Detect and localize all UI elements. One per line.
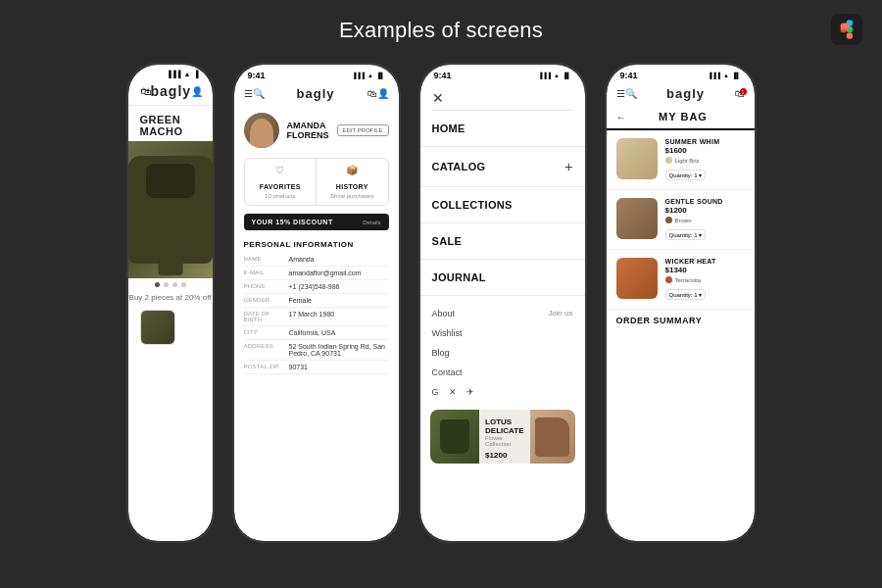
- phone2-profile-section: AMANDA FLORENS EDIT PROFILE: [234, 107, 399, 154]
- promo-left-image: [430, 410, 480, 464]
- bag-item-3-color: Terracotta: [665, 276, 745, 283]
- phone1-dots: [128, 278, 213, 291]
- telegram-icon[interactable]: ✈: [466, 387, 474, 397]
- bag-icon[interactable]: 🛍: [140, 85, 151, 97]
- qty-select-3[interactable]: Quantity: 1 ▾: [665, 289, 707, 300]
- bag-icon[interactable]: 🛍: [368, 88, 377, 99]
- about-label: About: [432, 309, 456, 318]
- catalog-expand-icon[interactable]: +: [564, 159, 572, 174]
- history-icon: 📦: [320, 165, 384, 175]
- bag-icon[interactable]: 🛍1: [735, 88, 745, 99]
- promo-right-image: [530, 410, 575, 464]
- field-value-phone: +1 (234)548-986: [289, 283, 389, 290]
- bag-item-2-info: GENTLE SOUND $1200 Brown Quantity: 1 ▾: [665, 198, 745, 241]
- phone1-promo-text: Buy 2 pieces at 20% off: [128, 291, 213, 306]
- promo-bag-right: [535, 417, 569, 457]
- info-row-phone: PHONE +1 (234)548-986: [244, 280, 389, 294]
- info-row-gender: GENDER Female: [244, 294, 389, 308]
- profile-icon[interactable]: 👤: [191, 86, 203, 97]
- page-title: Examples of screens: [0, 0, 882, 43]
- phone-partial-left: ▐▐▐ ▲ ▐ 🛍 bagly 👤 GREEN MACHO: [126, 63, 215, 543]
- qty-select-1[interactable]: Quantity: 1 ▾: [665, 170, 707, 180]
- phone1-status-icons: ▐▐▐ ▲ ▐: [167, 71, 199, 77]
- field-label-address: ADDRESS: [244, 343, 283, 349]
- menu-label-home: HOME: [432, 122, 466, 134]
- field-value-address: 52 South Indian Spring Rd, San Pedro, CA…: [289, 343, 389, 357]
- qty-select-2[interactable]: Quantity: 1 ▾: [665, 229, 707, 240]
- phone3-status: 9:41 ▐▐▐ ▲ ▐▌: [420, 65, 585, 82]
- menu-link-blog[interactable]: Blog: [432, 343, 573, 363]
- bag-item-1: SUMMER WHIM $1600 Light Briz Quantity: 1…: [607, 130, 755, 190]
- battery-icon: ▐: [194, 71, 199, 77]
- dot-2: [164, 282, 169, 287]
- phone4-screen: 9:41 ▐▐▐ ▲ ▐▌ ☰ 🔍 bagly 🛍1 ← MY BAG: [607, 65, 755, 541]
- menu-promo-card[interactable]: LOTUS DELICATE Flower Collection $1200 🛍: [430, 410, 575, 464]
- phone4-frame: 9:41 ▐▐▐ ▲ ▐▌ ☰ 🔍 bagly 🛍1 ← MY BAG: [605, 63, 757, 543]
- phone4-time: 9:41: [620, 71, 638, 80]
- bag-item-img-2: [616, 198, 658, 239]
- phone3-frame: 9:41 ▐▐▐ ▲ ▐▌ ✕ HOME CATALOG + COLLECTIO…: [418, 63, 587, 543]
- thumb-1[interactable]: [140, 310, 175, 345]
- menu-label-journal: JOURNAL: [432, 271, 486, 283]
- field-label-email: E-MAIL: [244, 270, 283, 275]
- wifi-icon: ▲: [368, 73, 373, 78]
- cart-icon[interactable]: 🛍: [485, 462, 502, 464]
- profile-icon[interactable]: 👤: [377, 88, 389, 99]
- bag-item-1-price: $1600: [665, 146, 745, 155]
- phone1-header: 🛍 bagly 👤: [128, 79, 213, 106]
- edit-profile-button[interactable]: EDIT PROFILE: [337, 124, 389, 136]
- phone4-title-row: ← MY BAG: [607, 107, 755, 130]
- promo-info: LOTUS DELICATE Flower Collection $1200 🛍: [479, 410, 529, 464]
- menu-item-catalog[interactable]: CATALOG +: [420, 147, 585, 187]
- bag-item-1-info: SUMMER WHIM $1600 Light Briz Quantity: 1…: [665, 138, 745, 181]
- color-name-3: Terracotta: [675, 277, 702, 283]
- avatar-silhouette: [250, 119, 273, 148]
- menu-link-wishlist[interactable]: Wishlist: [432, 323, 573, 343]
- discount-bar: YOUR 15% DISCOUNT Details: [244, 214, 389, 230]
- menu-link-about[interactable]: About Join us: [432, 304, 573, 323]
- field-value-city: California, USA: [289, 329, 389, 336]
- color-swatch-3: [665, 276, 672, 283]
- menu-item-home[interactable]: HOME: [420, 111, 585, 147]
- favorites-label: FAVORITES: [260, 183, 301, 190]
- favorites-stat[interactable]: ♡ FAVORITES 10 products: [245, 159, 318, 205]
- menu-item-journal[interactable]: JOURNAL: [420, 260, 585, 296]
- menu-item-sale[interactable]: SALE: [420, 223, 585, 260]
- phones-row: ▐▐▐ ▲ ▐ 🛍 bagly 👤 GREEN MACHO: [0, 63, 882, 543]
- details-link[interactable]: Details: [363, 220, 380, 225]
- bag-item-img-1: [616, 138, 658, 179]
- phone1-product-image: [128, 141, 213, 278]
- phone1-product-title: GREEN MACHO: [128, 106, 213, 141]
- svg-point-2: [847, 32, 853, 38]
- phone1-right-icons: 👤: [191, 86, 203, 97]
- search-icon[interactable]: 🔍: [625, 88, 637, 99]
- promo-name: LOTUS DELICATE: [485, 417, 523, 435]
- info-row-address: ADDRESS 52 South Indian Spring Rd, San P…: [244, 340, 389, 361]
- bag-item-3-name: WICKER HEAT: [665, 258, 745, 265]
- menu-link-contact[interactable]: Contact: [432, 363, 573, 382]
- history-stat[interactable]: 📦 HISTORY Show purchases: [317, 159, 388, 205]
- history-count: Show purchases: [320, 193, 384, 199]
- hamburger-icon[interactable]: ☰: [616, 88, 625, 99]
- figma-icon[interactable]: [831, 14, 862, 45]
- bag-item-1-name: SUMMER WHIM: [665, 138, 745, 145]
- hamburger-icon[interactable]: ☰: [244, 88, 253, 99]
- menu-item-collections[interactable]: COLLECTIONS: [420, 187, 585, 223]
- search-icon[interactable]: 🔍: [253, 88, 265, 99]
- close-button[interactable]: ✕: [420, 82, 585, 110]
- twitter-icon[interactable]: ✕: [449, 387, 457, 397]
- field-label-phone: PHONE: [244, 283, 283, 289]
- wifi-icon: ▲: [554, 73, 560, 78]
- phone3-screen: 9:41 ▐▐▐ ▲ ▐▌ ✕ HOME CATALOG + COLLECTIO…: [420, 65, 585, 541]
- phone1-status: ▐▐▐ ▲ ▐: [128, 65, 213, 79]
- back-arrow[interactable]: ←: [616, 112, 626, 122]
- avatar: [244, 113, 279, 148]
- dot-4: [181, 282, 186, 287]
- bag-item-3-price: $1340: [665, 266, 745, 274]
- google-icon[interactable]: G: [432, 387, 439, 397]
- info-row-postal: POSTAL ZIP 90731: [244, 361, 389, 374]
- field-label-name: NAME: [244, 256, 283, 262]
- phone1-left-icons: 🛍: [140, 85, 151, 97]
- phone3-time: 9:41: [434, 71, 452, 80]
- promo-price: $1200: [485, 451, 523, 460]
